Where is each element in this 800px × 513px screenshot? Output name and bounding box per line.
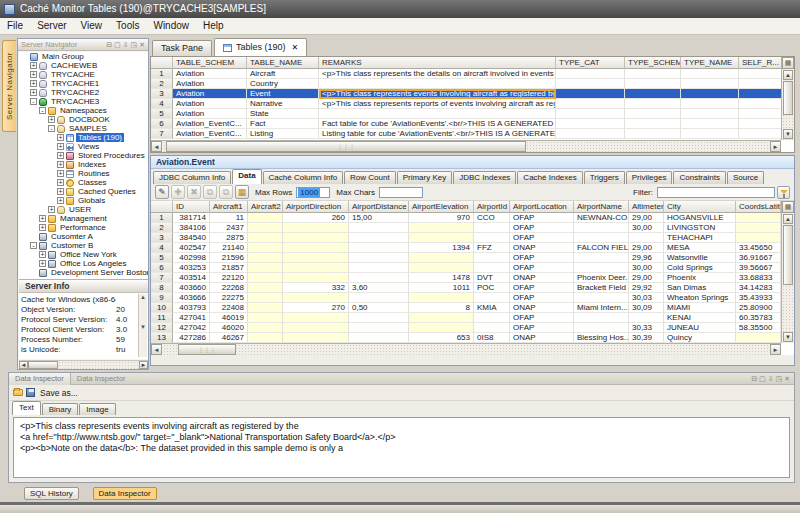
scroll-down-icon[interactable]: ▼	[783, 129, 793, 139]
menu-help[interactable]: Help	[196, 18, 231, 34]
grid-cell[interactable]: 1478	[409, 273, 474, 283]
grid-cell[interactable]	[248, 243, 283, 253]
grid-cell[interactable]: 33.45650	[736, 243, 781, 253]
grid-cell[interactable]	[248, 293, 283, 303]
grid-cell[interactable]	[574, 253, 629, 263]
grid-cell[interactable]	[248, 323, 283, 333]
tree-expander-icon[interactable]: +	[39, 260, 46, 267]
grid-cell[interactable]	[349, 243, 409, 253]
grid-cell[interactable]: Narrative	[247, 99, 319, 109]
tree-item[interactable]: -Customer B	[19, 241, 148, 250]
grid-cell[interactable]: 22268	[210, 283, 248, 293]
grid-cell[interactable]	[681, 109, 739, 119]
filter-input[interactable]	[657, 187, 775, 198]
table-row[interactable]: 3AviationEvent<p>This class represents e…	[151, 89, 794, 99]
grid-cell[interactable]	[349, 293, 409, 303]
tree-expander-icon[interactable]: +	[57, 197, 64, 204]
grid-cell[interactable]	[556, 129, 625, 139]
grid-cell[interactable]: 30,00	[629, 263, 664, 273]
grid-cell[interactable]: 30,33	[629, 323, 664, 333]
grid-cell[interactable]	[556, 89, 625, 99]
grid-cell[interactable]	[681, 69, 739, 79]
column-header-id[interactable]: ID	[173, 201, 210, 213]
scroll-left-icon[interactable]: ◄	[19, 361, 28, 369]
tree-expander-icon[interactable]: +	[39, 224, 46, 231]
tree-item[interactable]: +USER	[19, 205, 148, 214]
grid-cell[interactable]	[736, 233, 781, 243]
grid-cell[interactable]: 427041	[173, 313, 210, 323]
grid-cell[interactable]	[574, 233, 629, 243]
tree-expander-icon[interactable]: +	[39, 215, 46, 222]
grid-cell[interactable]: Aviation	[173, 79, 247, 89]
grid-cell[interactable]	[739, 109, 783, 119]
scroll-right-icon[interactable]: ►	[139, 361, 148, 369]
grid-cell[interactable]	[739, 99, 783, 109]
grid-cell[interactable]	[283, 233, 349, 243]
tree-expander-icon[interactable]: +	[30, 71, 37, 78]
grid-cell[interactable]	[349, 323, 409, 333]
grid-cell[interactable]: OFAP	[510, 213, 574, 223]
grid-cell[interactable]: 427286	[173, 333, 210, 343]
inspector-tab-image[interactable]: Image	[79, 403, 115, 415]
tree-expander-icon[interactable]: +	[39, 251, 46, 258]
grid-cell[interactable]	[409, 223, 474, 233]
grid-cell[interactable]: ONAP	[510, 333, 574, 343]
grid-cell[interactable]: Watsonville	[664, 253, 736, 263]
grid-cell[interactable]: 403514	[173, 273, 210, 283]
tree-expander-icon[interactable]: +	[57, 143, 64, 150]
tree-expander-icon[interactable]: +	[30, 80, 37, 87]
bottom-tab-data-inspector[interactable]: Data Inspector	[93, 487, 157, 500]
grid-cell[interactable]: 2437	[210, 223, 248, 233]
grid-cell[interactable]	[349, 333, 409, 343]
vertical-scrollbar[interactable]: ▦▲▼	[781, 201, 794, 343]
grid-cell[interactable]: Miami Intern...	[574, 303, 629, 313]
grid-cell[interactable]: MESA	[664, 243, 736, 253]
table-row[interactable]: 23841062437OFAP30,00LIVINGSTON	[151, 223, 794, 233]
grid-cell[interactable]	[409, 293, 474, 303]
grid-cell[interactable]: 29,00	[629, 213, 664, 223]
scroll-right-icon[interactable]: ►	[770, 344, 781, 355]
grid-cell[interactable]	[248, 253, 283, 263]
minimize-icon[interactable]: ⊟	[751, 374, 757, 384]
scroll-thumb[interactable]: ⋮⋮⋮	[166, 141, 526, 152]
grid-cell[interactable]: Cold Springs	[664, 263, 736, 273]
grid-cell[interactable]	[283, 223, 349, 233]
tree-item[interactable]: +Globals	[19, 196, 148, 205]
detail-tab-jdbc-column-info[interactable]: JDBC Column Info	[153, 171, 231, 184]
table-row[interactable]: 13427286462676530IS8ONAPBlessing Hos...3…	[151, 333, 794, 343]
table-row[interactable]: 8403660222683323,601011POCOFAPBrackett F…	[151, 283, 794, 293]
tree-item[interactable]: -TRYCACHE3	[19, 97, 148, 106]
grid-cell[interactable]	[349, 273, 409, 283]
detail-tab-jdbc-indexes[interactable]: JDBC Indexes	[453, 171, 516, 184]
column-header-type-name[interactable]: TYPE_NAME	[681, 57, 739, 69]
grid-cell[interactable]: 22275	[210, 293, 248, 303]
grid-cell[interactable]	[248, 303, 283, 313]
menu-file[interactable]: File	[0, 18, 30, 34]
tree-item[interactable]: +Office Los Angeles	[19, 259, 148, 268]
tree-item[interactable]: +Cached Queries	[19, 187, 148, 196]
tree-expander-icon[interactable]: -	[30, 242, 37, 249]
grid-cell[interactable]	[625, 79, 681, 89]
table-row[interactable]: 13817141126015,00970CCOOFAPNEWNAN-CO...2…	[151, 213, 794, 223]
grid-cell[interactable]: 30,09	[629, 303, 664, 313]
grid-cell[interactable]: 46019	[210, 313, 248, 323]
detail-tab-row-count[interactable]: Row Count	[344, 171, 396, 184]
grid-selector-icon[interactable]: ▦	[782, 201, 794, 213]
grid-selector-icon[interactable]: ▦	[782, 57, 794, 69]
grid-cell[interactable]: 21596	[210, 253, 248, 263]
tree-item[interactable]: +Routines	[19, 169, 148, 178]
grid-cell[interactable]	[556, 99, 625, 109]
grid-cell[interactable]: OFAP	[510, 283, 574, 293]
grid-cell[interactable]: Aviation	[173, 99, 247, 109]
grid-cell[interactable]	[739, 69, 783, 79]
filter-icon[interactable]	[777, 186, 790, 199]
column-header-type-cat[interactable]: TYPE_CAT	[556, 57, 625, 69]
tree-expander-icon[interactable]: -	[30, 98, 37, 105]
grid-cell[interactable]	[739, 89, 783, 99]
grid-cell[interactable]	[283, 313, 349, 323]
float-icon[interactable]: ◳	[131, 40, 138, 50]
grid-cell[interactable]: 25.80900	[736, 303, 781, 313]
server-info-vertical-scrollbar[interactable]: ▲▼	[138, 294, 147, 357]
tree-item[interactable]: -Namespaces	[19, 106, 148, 115]
grid-cell[interactable]: 11	[210, 213, 248, 223]
